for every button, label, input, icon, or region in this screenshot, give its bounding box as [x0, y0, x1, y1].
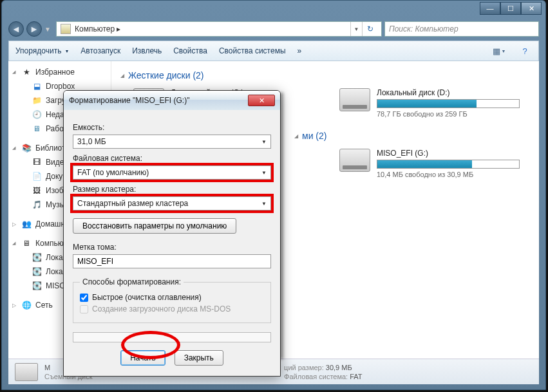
- video-icon: 🎞: [32, 157, 42, 167]
- hdd-section-header[interactable]: Жесткие диски (2): [120, 66, 530, 84]
- close-dialog-button[interactable]: Закрыть: [175, 350, 223, 366]
- close-button[interactable]: ✕: [521, 2, 542, 15]
- removable-section-header[interactable]: ми (2): [294, 127, 530, 145]
- documents-icon: 📄: [32, 171, 42, 182]
- dialog-close-button[interactable]: ✕: [248, 95, 275, 106]
- volume-label-label: Метка тома:: [73, 243, 271, 252]
- capacity-label: Емкость:: [73, 123, 271, 132]
- toolbar: Упорядочить▼ Автозапуск Извлечь Свойства…: [8, 41, 539, 61]
- desktop-icon: 🖥: [32, 124, 42, 134]
- msdos-boot-checkbox: Создание загрузочного диска MS-DOS: [80, 304, 264, 313]
- system-properties-button[interactable]: Свойства системы: [219, 46, 286, 55]
- back-button[interactable]: ◄: [8, 21, 24, 37]
- format-options-legend: Способы форматирования:: [80, 277, 184, 286]
- computer-icon: [61, 24, 71, 34]
- maximize-button[interactable]: ☐: [500, 2, 521, 15]
- removable-icon: [339, 149, 370, 172]
- dialog-title-text: Форматирование "MISO_EFI (G:)": [69, 96, 189, 105]
- format-progress-bar: [73, 332, 271, 342]
- drive-d[interactable]: Локальный диск (D:) 78,7 ГБ свободно из …: [339, 88, 520, 118]
- drive-name: Локальный диск (D:): [377, 88, 520, 97]
- capacity-select[interactable]: 31,0 МБ▼: [73, 135, 271, 149]
- address-bar[interactable]: Компьютер ▸ ▼ ↻: [56, 21, 382, 37]
- nav-history-dropdown[interactable]: ▼: [44, 21, 53, 37]
- drive-icon: 💽: [32, 266, 42, 277]
- restore-defaults-button[interactable]: Восстановить параметры по умолчанию: [73, 218, 236, 234]
- toolbar-more[interactable]: »: [298, 46, 302, 55]
- cluster-select[interactable]: Стандартный размер кластера▼: [73, 196, 271, 210]
- volume-label-input[interactable]: [73, 254, 271, 268]
- drive-name: MISO_EFI (G:): [377, 149, 520, 158]
- capacity-bar: [377, 160, 520, 169]
- sidebar-favorites[interactable]: ★Избранное: [8, 65, 111, 79]
- network-icon: 🌐: [21, 300, 32, 310]
- start-button[interactable]: Начать: [120, 350, 165, 366]
- dropbox-icon: ⬓: [32, 81, 42, 91]
- filesystem-label: Файловая система:: [73, 154, 271, 163]
- quick-format-checkbox[interactable]: Быстрое (очистка оглавления): [80, 293, 264, 302]
- libraries-icon: 📚: [21, 143, 32, 153]
- star-icon: ★: [21, 67, 32, 77]
- eject-button[interactable]: Извлечь: [132, 46, 162, 55]
- view-icon[interactable]: ▦▼: [492, 44, 506, 58]
- format-dialog: Форматирование "MISO_EFI (G:)" ✕ Емкость…: [63, 90, 281, 377]
- drive-thumb-icon: [15, 363, 38, 381]
- music-icon: 🎵: [32, 200, 42, 210]
- forward-button[interactable]: ►: [26, 21, 42, 37]
- address-path: Компьютер ▸: [75, 24, 120, 33]
- drive-icon: 💽: [32, 252, 42, 263]
- folder-icon: 📁: [32, 95, 42, 106]
- help-icon[interactable]: ?: [518, 44, 532, 58]
- format-options-group: Способы форматирования: Быстрое (очистка…: [73, 277, 271, 323]
- dialog-titlebar[interactable]: Форматирование "MISO_EFI (G:)" ✕: [64, 91, 280, 110]
- minimize-button[interactable]: —: [480, 2, 500, 15]
- recent-icon: 🕘: [32, 109, 42, 120]
- computer-icon: 🖥: [21, 238, 32, 248]
- filesystem-select[interactable]: FAT (по умолчанию)▼: [73, 165, 271, 180]
- refresh-button[interactable]: ↻: [362, 22, 377, 36]
- homegroup-icon: 👥: [21, 219, 32, 229]
- properties-button[interactable]: Свойства: [173, 46, 207, 55]
- nav-bar: ◄ ► ▼ Компьютер ▸ ▼ ↻ Поиск: Компьютер: [8, 20, 539, 38]
- drive-miso[interactable]: MISO_EFI (G:) 10,4 МБ свободно из 30,9 М…: [339, 149, 520, 178]
- organize-menu[interactable]: Упорядочить▼: [15, 46, 69, 55]
- cluster-label: Размер кластера:: [73, 185, 271, 194]
- capacity-bar: [377, 99, 520, 108]
- window-controls: — ☐ ✕: [480, 2, 542, 15]
- autoplay-button[interactable]: Автозапуск: [80, 46, 120, 55]
- hdd-icon: [339, 88, 370, 111]
- drive-stat: 10,4 МБ свободно из 30,9 МБ: [377, 171, 520, 178]
- search-input[interactable]: Поиск: Компьютер: [384, 21, 539, 37]
- address-dropdown[interactable]: ▼: [350, 22, 362, 36]
- pictures-icon: 🖼: [32, 185, 42, 196]
- drive-stat: 78,7 ГБ свободно из 259 ГБ: [377, 110, 520, 118]
- drive-icon: 💽: [32, 281, 42, 291]
